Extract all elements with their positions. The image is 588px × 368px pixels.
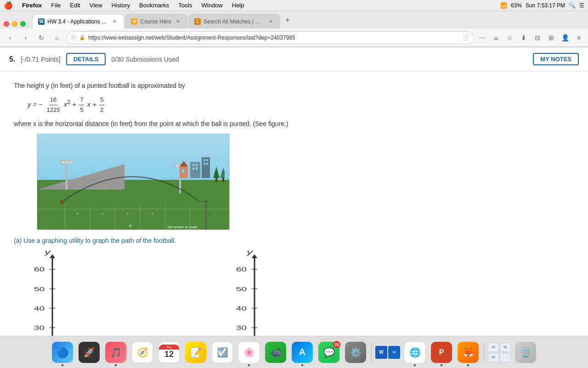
menu-history[interactable]: History xyxy=(110,2,132,9)
menu-firefox[interactable]: Firefox xyxy=(20,2,44,9)
svg-text:y: y xyxy=(44,250,51,256)
menu-view[interactable]: View xyxy=(88,2,104,9)
dock-dot-finder xyxy=(62,364,63,366)
hamburger-icon[interactable]: ⋯ xyxy=(477,32,488,43)
menu-help[interactable]: Help xyxy=(230,2,246,9)
points-display: [-/0.71 Points] xyxy=(21,56,60,63)
dock-messages[interactable]: 💬 33 xyxy=(317,340,341,364)
tab-favicon-chegg: C xyxy=(194,18,201,25)
svg-rect-33 xyxy=(196,164,198,166)
dock-appstore[interactable]: A xyxy=(290,340,314,364)
tab-title-ch: Course Hero xyxy=(140,18,171,25)
search-icon[interactable]: 🔍 xyxy=(569,2,576,9)
dock-music[interactable]: 🎵 xyxy=(104,340,128,364)
menubar: 🍎 Firefox File Edit View History Bookmar… xyxy=(0,0,588,11)
url-text: https://www.webassign.net/web/Student/As… xyxy=(88,34,460,41)
account-icon[interactable]: 👤 xyxy=(560,32,571,43)
svg-text:60: 60 xyxy=(34,266,45,273)
synced-tabs-icon[interactable]: ⊟ xyxy=(532,32,543,43)
question-header: 5. [-/0.71 Points] DETAILS 0/30 Submissi… xyxy=(0,47,588,71)
clock: Sun 7:53:17 PM xyxy=(526,2,565,9)
tab-title-chegg: Search All Matches | Chegg.com xyxy=(204,18,264,25)
tab-title-hw: HW 3.4 - Applications of Quadra... xyxy=(47,18,108,25)
battery-indicator: 63% xyxy=(511,2,522,9)
tab-coursehero[interactable]: ★ Course Hero ✕ xyxy=(125,14,187,29)
tab-close-ch[interactable]: ✕ xyxy=(174,18,181,25)
svg-rect-40 xyxy=(206,163,208,165)
apple-menu[interactable]: 🍎 xyxy=(4,1,13,10)
menu-edit[interactable]: Edit xyxy=(68,2,82,9)
minimize-window-button[interactable] xyxy=(12,21,17,27)
pocket-icon[interactable]: 🜁 xyxy=(491,32,502,43)
close-window-button[interactable] xyxy=(4,21,9,27)
tab-hw[interactable]: W HW 3.4 - Applications of Quadra... ✕ xyxy=(32,14,124,29)
fullscreen-window-button[interactable] xyxy=(20,21,26,27)
menu-tools[interactable]: Tools xyxy=(176,2,194,9)
part-a-label: (a) Use a graphing utility to graph the … xyxy=(14,236,574,246)
svg-text:🔵: 🔵 xyxy=(57,347,68,358)
question-number: 5. xyxy=(9,55,15,63)
svg-marker-29 xyxy=(180,161,188,167)
menu-dots-icon[interactable]: ≡ xyxy=(573,32,584,43)
details-button[interactable]: DETAILS xyxy=(66,53,106,65)
reader-icon: 📄 xyxy=(463,34,469,40)
dock-facetime[interactable]: 📹 xyxy=(264,340,288,364)
dock-chrome[interactable]: 🌐 xyxy=(403,340,427,364)
dock-reminders[interactable]: ☑️ xyxy=(210,340,234,364)
svg-rect-31 xyxy=(190,162,200,178)
dock-finder[interactable]: 🔵 xyxy=(51,340,74,364)
svg-rect-38 xyxy=(206,159,208,161)
shield-icon: 🛡 xyxy=(71,35,76,40)
download-icon[interactable]: ⬇ xyxy=(518,32,529,43)
tab-close-hw[interactable]: ✕ xyxy=(111,18,118,25)
new-tab-button[interactable]: + xyxy=(281,14,294,27)
dock-thumbnails[interactable]: W W W 📄 xyxy=(488,340,511,364)
dock-dot-music xyxy=(115,364,117,366)
lock-icon: 🔒 xyxy=(79,34,85,40)
svg-text:0: 0 xyxy=(102,212,104,216)
forward-button[interactable]: › xyxy=(19,31,32,44)
dock-launchpad[interactable]: 🚀 xyxy=(77,340,101,364)
home-button[interactable]: ⌂ xyxy=(51,31,63,44)
svg-text:60: 60 xyxy=(236,266,247,273)
svg-text:5: 5 xyxy=(152,212,154,216)
refresh-button[interactable]: ↻ xyxy=(35,31,48,44)
svg-text:40: 40 xyxy=(236,305,247,311)
dock-firefox[interactable]: 🦊 xyxy=(456,340,480,364)
svg-rect-37 xyxy=(204,159,205,161)
dock-safari[interactable]: 🧭 xyxy=(130,340,154,364)
svg-text:30: 30 xyxy=(236,325,247,331)
dock-divider-2 xyxy=(484,343,484,362)
bookmark-star-icon[interactable]: ☆ xyxy=(504,32,515,43)
tab-favicon-ch: ★ xyxy=(131,18,137,25)
url-input[interactable]: 🛡 🔒 https://www.webassign.net/web/Studen… xyxy=(66,31,474,44)
my-notes-button[interactable]: MY NOTES xyxy=(533,53,579,65)
tab-close-chegg[interactable]: ✕ xyxy=(267,18,274,25)
svg-text:Not drawn to scale: Not drawn to scale xyxy=(167,225,198,229)
dock-photos[interactable]: 🌸 xyxy=(237,340,261,364)
dock-calendar[interactable]: JUL 12 xyxy=(157,340,181,364)
dock-word-group[interactable]: W W xyxy=(375,340,400,364)
submissions-used: 0/30 Submissions Used xyxy=(111,56,179,63)
svg-rect-42 xyxy=(215,178,217,182)
dock-dot-ppt xyxy=(441,364,442,366)
svg-text:50: 50 xyxy=(34,286,45,292)
dock-dot-firefox xyxy=(467,364,469,366)
tab-bar: W HW 3.4 - Applications of Quadra... ✕ ★… xyxy=(0,11,588,29)
dock-dot-photos xyxy=(248,364,250,366)
dock-trash[interactable]: 🗑️ xyxy=(514,340,537,364)
container-icon[interactable]: ⊞ xyxy=(546,32,557,43)
menu-window[interactable]: Window xyxy=(200,2,225,9)
dock: 🔵 🚀 🎵 🧭 JUL 12 📝 ☑️ 🌸 📹 A xyxy=(0,336,588,368)
svg-text:y: y xyxy=(246,250,254,256)
dock-systemprefs[interactable]: ⚙️ xyxy=(344,340,368,364)
tab-chegg[interactable]: C Search All Matches | Chegg.com ✕ xyxy=(188,14,280,29)
dock-notes[interactable]: 📝 xyxy=(184,340,208,364)
back-button[interactable]: ‹ xyxy=(4,31,17,44)
menu-bookmarks[interactable]: Bookmarks xyxy=(137,2,171,9)
menu-icon[interactable]: ☰ xyxy=(579,2,584,9)
svg-text:30: 30 xyxy=(34,325,45,331)
dock-powerpoint[interactable]: P xyxy=(430,340,453,364)
menu-file[interactable]: File xyxy=(49,2,62,9)
football-figure: 5 0 4 5 X Y Not drawn to scale xyxy=(37,133,230,230)
